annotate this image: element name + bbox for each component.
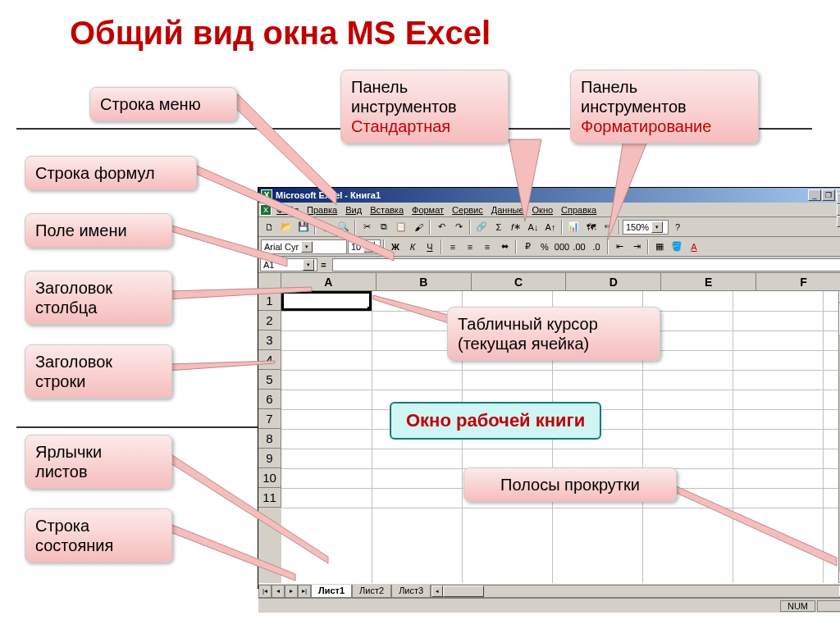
callout-workbook: Окно рабочей книги [390, 402, 601, 440]
chart-icon[interactable]: 📊 [565, 219, 582, 235]
callout-formula-row: Строка формул [25, 156, 197, 190]
status-num: NUM [780, 600, 815, 612]
minimize-button[interactable]: _ [808, 189, 821, 201]
help-icon[interactable]: ? [669, 219, 686, 235]
svg-marker-10 [673, 485, 837, 566]
col-header-c[interactable]: C [472, 273, 567, 291]
align-center-icon[interactable]: ≡ [462, 239, 478, 255]
svg-marker-8 [168, 525, 295, 581]
doc-restore-button[interactable]: ❐ [837, 204, 840, 216]
callout-std-toolbar: Панель инструментов Стандартная [340, 70, 509, 144]
callout-fmt-toolbar: Панель инструментов Форматирование [570, 70, 759, 144]
last-sheet-icon[interactable]: ▸| [298, 585, 311, 598]
font-color-icon[interactable]: A [686, 239, 702, 255]
col-header-b[interactable]: B [377, 273, 472, 291]
col-header-f[interactable]: F [756, 273, 840, 291]
col-header-e[interactable]: E [661, 273, 756, 291]
callout-menu-row: Строка меню [89, 87, 237, 121]
undo-icon[interactable]: ↶ [433, 219, 450, 235]
scroll-left-icon[interactable]: ◂ [431, 586, 443, 597]
redo-icon[interactable]: ↷ [450, 219, 467, 235]
percent-icon[interactable]: % [536, 239, 553, 255]
merge-icon[interactable]: ⬌ [496, 239, 513, 255]
sheet-tab-1[interactable]: Лист1 [311, 585, 352, 598]
callout-cursor: Табличный курсор (текущая ячейка) [447, 307, 660, 361]
menu-format[interactable]: Формат [412, 205, 444, 215]
col-header-d[interactable]: D [566, 273, 661, 291]
comma-icon[interactable]: 000 [554, 239, 570, 255]
callout-status-row: Строкасостояния [25, 508, 172, 563]
hyperlink-icon[interactable]: 🔗 [473, 219, 490, 235]
svg-marker-9 [373, 295, 451, 324]
row-header[interactable]: 3 [258, 330, 281, 350]
callout-row-header: Заголовокстроки [25, 344, 172, 399]
svg-marker-5 [168, 287, 312, 299]
status-bar: NUM [258, 598, 840, 613]
doc-minimize-button[interactable]: _ [837, 193, 840, 204]
svg-marker-4 [168, 226, 287, 267]
inc-decimal-icon[interactable]: .00 [571, 239, 587, 255]
formula-input[interactable] [332, 258, 840, 271]
svg-marker-6 [168, 361, 275, 371]
status-pane [817, 600, 840, 612]
align-left-icon[interactable]: ≡ [445, 239, 461, 255]
callout-col-header: Заголовокстолбца [25, 271, 172, 325]
svg-marker-2 [607, 139, 648, 242]
align-right-icon[interactable]: ≡ [479, 239, 495, 255]
maximize-button[interactable]: ❐ [822, 189, 835, 201]
hscroll-thumb[interactable] [443, 586, 484, 597]
callout-sheet-tabs: Ярлычкилистов [25, 435, 172, 489]
callout-scrollbars: Полосы прокрутки [463, 467, 677, 502]
callout-name-box: Поле имени [25, 213, 172, 248]
slide-title: Общий вид окна MS Excel [70, 15, 491, 52]
row-header[interactable]: 7 [258, 409, 281, 429]
row-header[interactable]: 6 [258, 390, 281, 409]
sheet-tab-3[interactable]: Лист3 [391, 585, 431, 598]
underline-icon[interactable]: Ч [422, 239, 438, 255]
currency-icon[interactable]: ₽ [519, 239, 536, 255]
sheet-tab-2[interactable]: Лист2 [352, 585, 391, 598]
fill-color-icon[interactable]: 🪣 [669, 239, 685, 255]
italic-icon[interactable]: К [404, 239, 421, 255]
svg-marker-1 [509, 139, 541, 221]
menu-tools[interactable]: Сервис [452, 205, 483, 215]
horizontal-scrollbar[interactable]: ◂ ▸ [431, 585, 840, 598]
format-painter-icon[interactable]: 🖌 [410, 219, 427, 235]
row-header[interactable]: 8 [258, 429, 281, 449]
doc-close-button[interactable]: × [837, 216, 840, 227]
